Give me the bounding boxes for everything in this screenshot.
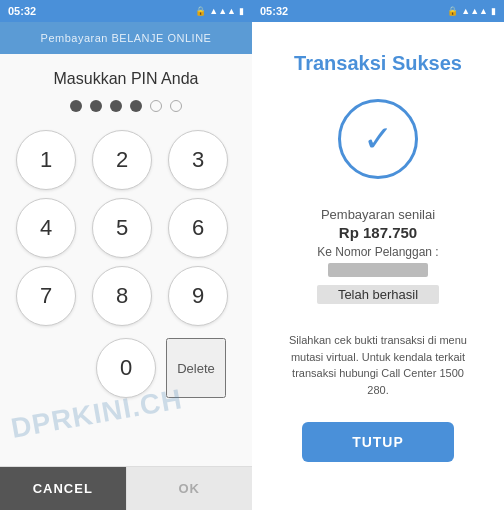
status-time-left: 05:32 xyxy=(8,5,36,17)
key-5[interactable]: 5 xyxy=(92,198,152,258)
status-icons-left: 🔒 ▲▲▲ ▮ xyxy=(195,6,244,16)
pin-dot-2 xyxy=(90,100,102,112)
success-body: Transaksi Sukses ✓ Pembayaran senilai Rp… xyxy=(252,22,504,510)
bottom-buttons: CANCEL OK xyxy=(0,466,252,510)
success-circle: ✓ xyxy=(338,99,418,179)
success-note: Silahkan cek bukti transaksi di menu mut… xyxy=(272,332,484,398)
key-7[interactable]: 7 xyxy=(16,266,76,326)
key-8[interactable]: 8 xyxy=(92,266,152,326)
key-4[interactable]: 4 xyxy=(16,198,76,258)
key-2[interactable]: 2 xyxy=(92,130,152,190)
key-0[interactable]: 0 xyxy=(96,338,156,398)
key-9[interactable]: 9 xyxy=(168,266,228,326)
status-bar-right: 05:32 🔒 ▲▲▲ ▮ xyxy=(252,0,504,22)
pin-dot-6 xyxy=(170,100,182,112)
payment-amount: Rp 187.750 xyxy=(317,224,438,241)
pin-dot-4 xyxy=(130,100,142,112)
signal-icon: ▲▲▲ xyxy=(209,6,236,16)
battery-icon-right: ▮ xyxy=(491,6,496,16)
customer-number xyxy=(328,263,428,277)
key-6[interactable]: 6 xyxy=(168,198,228,258)
signal-icon-right: ▲▲▲ xyxy=(461,6,488,16)
status-time-right: 05:32 xyxy=(260,5,288,17)
lock-icon: 🔒 xyxy=(195,6,206,16)
header-title: Pembayaran BELANJE ONLINE xyxy=(41,32,212,44)
key-delete[interactable]: Delete xyxy=(166,338,226,398)
battery-icon: ▮ xyxy=(239,6,244,16)
pin-dot-5 xyxy=(150,100,162,112)
keypad: 1 2 3 4 5 6 7 8 9 xyxy=(16,130,236,326)
cancel-button[interactable]: CANCEL xyxy=(0,467,126,510)
pin-container: Masukkan PIN Anda 1 2 3 4 5 6 7 8 9 0 De… xyxy=(0,54,252,466)
status-success-badge: Telah berhasil xyxy=(317,285,438,304)
checkmark-icon: ✓ xyxy=(363,121,393,157)
ok-button[interactable]: OK xyxy=(126,467,253,510)
header-bar: Pembayaran BELANJE ONLINE xyxy=(0,22,252,54)
pin-label: Masukkan PIN Anda xyxy=(54,70,199,88)
payment-label: Pembayaran senilai xyxy=(317,207,438,222)
pin-dots xyxy=(70,100,182,112)
left-panel: 05:32 🔒 ▲▲▲ ▮ Pembayaran BELANJE ONLINE … xyxy=(0,0,252,510)
pin-dot-3 xyxy=(110,100,122,112)
status-icons-right: 🔒 ▲▲▲ ▮ xyxy=(447,6,496,16)
pin-dot-1 xyxy=(70,100,82,112)
key-1[interactable]: 1 xyxy=(16,130,76,190)
success-title: Transaksi Sukses xyxy=(294,52,462,75)
keypad-bottom: 0 Delete xyxy=(16,338,236,398)
lock-icon-right: 🔒 xyxy=(447,6,458,16)
payment-info: Pembayaran senilai Rp 187.750 Ke Nomor P… xyxy=(317,207,438,316)
right-panel: 05:32 🔒 ▲▲▲ ▮ Transaksi Sukses ✓ Pembaya… xyxy=(252,0,504,510)
key-empty xyxy=(26,338,86,398)
key-3[interactable]: 3 xyxy=(168,130,228,190)
status-bar-left: 05:32 🔒 ▲▲▲ ▮ xyxy=(0,0,252,22)
tutup-button[interactable]: TUTUP xyxy=(302,422,454,462)
payment-to-label: Ke Nomor Pelanggan : xyxy=(317,245,438,259)
